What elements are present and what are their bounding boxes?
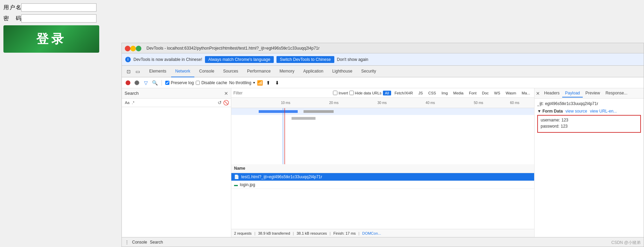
username-key: username: — [541, 118, 560, 122]
switch-to-chinese-button[interactable]: Switch DevTools to Chinese — [276, 56, 334, 63]
view-url-encoded-link[interactable]: view URL-en... — [590, 109, 617, 114]
sep2: | — [293, 231, 294, 235]
throttle-dropdown-icon[interactable]: ▾ — [253, 81, 255, 84]
download-icon-button[interactable]: ⬇ — [274, 79, 281, 86]
payload-tab-preview[interactable]: Preview — [583, 89, 603, 98]
reload-button[interactable]: ↺ — [218, 100, 222, 105]
wifi-icon: 📶 — [257, 80, 263, 86]
filter-icon-button[interactable]: ▽ — [142, 79, 149, 86]
filter-font-button[interactable]: Font — [467, 91, 478, 95]
tab-performance[interactable]: Performance — [243, 66, 275, 77]
username-label: 用户名 — [3, 4, 21, 11]
password-key: password: — [541, 124, 559, 129]
tab-lighthouse[interactable]: Lighthouse — [328, 66, 357, 77]
upload-icon: ⬆ — [266, 80, 270, 86]
invert-checkbox[interactable] — [333, 91, 337, 95]
tick-60ms: 60 ms — [510, 101, 519, 105]
device-icon-button[interactable]: ▭ — [133, 67, 142, 76]
preserve-log-checkbox[interactable] — [165, 81, 169, 85]
payload-tab-headers[interactable]: Headers — [541, 89, 562, 98]
tab-sources[interactable]: Sources — [219, 66, 242, 77]
console-bar: ⋮ Console Search — [122, 237, 644, 247]
login-button[interactable]: 登录 — [3, 25, 99, 53]
no-throttling-text: No throttling — [229, 80, 252, 85]
console-search-label[interactable]: Search — [150, 240, 163, 245]
filter-media-button[interactable]: Media — [451, 91, 466, 95]
wf-bar-gray-2 — [292, 117, 315, 120]
payload-tab-response[interactable]: Response... — [603, 89, 630, 98]
invert-label[interactable]: Invert — [333, 91, 348, 95]
preserve-log-label[interactable]: Preserve log — [165, 80, 194, 85]
username-input[interactable] — [21, 3, 96, 12]
filter-all-button[interactable]: All — [383, 91, 391, 95]
search-input[interactable] — [136, 100, 216, 105]
tab-network[interactable]: Network — [171, 66, 194, 77]
password-label: 密 码 — [3, 15, 21, 22]
view-source-link[interactable]: view source — [566, 109, 587, 114]
login-panel: 用户名 密 码 登录 — [3, 3, 113, 53]
regex-button[interactable]: .* — [132, 101, 134, 105]
always-match-button[interactable]: Always match Chrome's language — [205, 56, 274, 63]
filter-js-button[interactable]: JS — [416, 91, 425, 95]
stop-button[interactable] — [133, 79, 140, 86]
tick-20ms: 20 ms — [329, 101, 338, 105]
tab-elements[interactable]: Elements — [145, 66, 170, 77]
filter-css-button[interactable]: CSS — [426, 91, 438, 95]
devtools-content: Search ✕ Aa .* ↺ 🚫 Invert — [122, 88, 644, 237]
filter-ws-button[interactable]: WS — [492, 91, 502, 95]
status-resources: 38.1 kB resources — [297, 231, 327, 235]
disable-cache-label[interactable]: Disable cache — [196, 80, 227, 85]
tab-memory[interactable]: Memory — [275, 66, 298, 77]
search-panel-header: Search ✕ — [122, 88, 231, 99]
upload-icon-button[interactable]: ⬆ — [265, 79, 272, 86]
network-main: Invert Hide data URLs All Fetch/XHR JS C… — [231, 88, 534, 237]
requests-list: 📄 test1.html?_ijt=egt496s5tkr1c33uuqq2l4… — [231, 173, 534, 229]
console-dots[interactable]: ⋮ — [125, 239, 129, 245]
case-sensitive-button[interactable]: Aa — [124, 100, 130, 105]
search-icon-button[interactable]: 🔍 — [151, 79, 158, 86]
ijt-value: egt496s5tkr1c33uuqq2l4p71r — [545, 101, 598, 106]
filter-input[interactable] — [233, 91, 332, 95]
tick-50ms: 50 ms — [474, 101, 483, 105]
disable-cache-text: Disable cache — [201, 80, 227, 85]
filter-ma-button[interactable]: Ma... — [520, 91, 532, 95]
hide-data-urls-label[interactable]: Hide data URLs — [349, 91, 382, 95]
status-domcon: DOMCon... — [362, 231, 381, 235]
record-button[interactable] — [125, 79, 131, 86]
payload-tab-payload[interactable]: Payload — [562, 89, 582, 98]
wf-bar-blue-1 — [259, 110, 298, 113]
filter-icon: ▽ — [144, 80, 148, 86]
form-data-box: username: 123 password: 123 — [537, 115, 641, 133]
disable-cache-checkbox[interactable] — [196, 81, 200, 85]
password-row: 密 码 — [3, 14, 113, 23]
cursor-icon-button[interactable]: ⊡ — [125, 67, 133, 76]
request-row-2[interactable]: ▬ login.jpg — [231, 181, 534, 189]
filter-img-button[interactable]: Img — [439, 91, 450, 95]
console-label[interactable]: Console — [132, 240, 147, 245]
tab-console[interactable]: Console — [195, 66, 218, 77]
search-clear-button[interactable]: 🚫 — [223, 100, 229, 105]
marker-red — [284, 108, 285, 164]
tab-application[interactable]: Application — [299, 66, 327, 77]
password-input[interactable] — [21, 14, 96, 23]
dont-show-again-button[interactable]: Don't show again — [337, 57, 369, 62]
payload-close-button[interactable]: ✕ — [536, 91, 540, 96]
filter-doc-button[interactable]: Doc — [480, 91, 491, 95]
search-close-button[interactable]: ✕ — [224, 91, 228, 96]
filter-wasm-button[interactable]: Wasm — [504, 91, 518, 95]
marker-blue — [283, 108, 283, 164]
hide-data-urls-checkbox[interactable] — [349, 91, 354, 95]
status-bar: 2 requests | 38.9 kB transferred | 38.1 … — [231, 229, 534, 237]
csdn-watermark: CSDN @小猪弟 — [611, 240, 641, 246]
status-requests: 2 requests — [234, 231, 252, 235]
requests-header: Name — [231, 164, 534, 173]
waterfall-row-2 — [231, 115, 534, 122]
request-row-1[interactable]: 📄 test1.html?_ijt=egt496s5tkr1c33uuqq2l4… — [231, 173, 534, 181]
payload-tabs-row: ✕ Headers Payload Preview Response... — [534, 88, 644, 99]
payload-content: _ijt: egt496s5tkr1c33uuqq2l4p71r ▼ Form … — [534, 99, 644, 135]
watermark-text: CSDN @小猪弟 — [611, 240, 641, 245]
tab-security[interactable]: Security — [357, 66, 380, 77]
filter-fetch-xhr-button[interactable]: Fetch/XHR — [392, 91, 415, 95]
search-filter-row: Aa .* ↺ 🚫 — [122, 99, 231, 107]
username-row: 用户名 — [3, 3, 113, 12]
